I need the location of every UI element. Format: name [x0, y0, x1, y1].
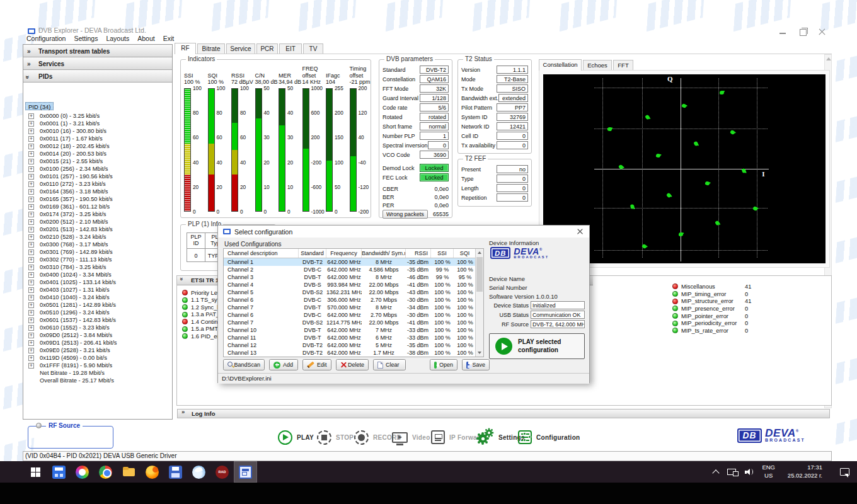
column-header[interactable]: Standard	[299, 249, 326, 258]
expand-plus-icon[interactable]	[28, 249, 34, 255]
expand-plus-icon[interactable]	[28, 287, 34, 293]
save-button[interactable]: Save	[462, 359, 490, 370]
pid-tree-item[interactable]: 0x0174 (372) - 3.25 kbit/s	[26, 210, 170, 218]
scroll-up-icon[interactable]	[826, 57, 831, 60]
expand-plus-icon[interactable]	[28, 159, 34, 164]
expand-plus-icon[interactable]	[28, 340, 34, 346]
expand-plus-icon[interactable]	[28, 355, 34, 361]
pid-tree-item[interactable]: 0x0014 (20) - 200.53 bit/s	[26, 150, 170, 158]
configuration-button[interactable]: Configuration	[518, 429, 580, 445]
pid-tree-item[interactable]: 0x0011 (17) - 1.67 kbit/s	[26, 135, 170, 142]
pid-tree-item[interactable]: 0x0201 (513) - 142.83 kbit/s	[26, 226, 170, 233]
pid-tree-item[interactable]: 0x0101 (257) - 190.56 kbit/s	[26, 173, 170, 180]
pid-tree-item[interactable]: 0x09E0 (2528) - 3.21 kbit/s	[26, 346, 170, 354]
pid-tree-item[interactable]: 0x0403 (1027) - 1.31 kbit/s	[26, 286, 170, 294]
expand-plus-icon[interactable]	[28, 189, 34, 195]
section-transport-stream-tables[interactable]: Transport stream tables	[23, 45, 172, 57]
pid-tree-item[interactable]: 0x0302 (770) - 111.13 kbit/s	[26, 256, 170, 263]
column-header[interactable]: RSSI	[406, 249, 431, 258]
scroll-down-icon[interactable]	[478, 352, 481, 354]
expand-plus-icon[interactable]	[28, 136, 34, 142]
taskbar-chrome-button[interactable]	[94, 461, 117, 483]
add-button[interactable]: Add	[269, 359, 298, 370]
edit-button[interactable]: Edit	[302, 359, 331, 370]
column-header[interactable]: Channel description	[224, 249, 299, 258]
expand-plus-icon[interactable]	[28, 302, 34, 308]
menu-layouts[interactable]: Layouts	[106, 35, 129, 42]
pid-tree-item[interactable]: 0x09D1 (2513) - 206.41 kbit/s	[26, 339, 170, 346]
notification-center-icon[interactable]	[840, 468, 849, 476]
expand-plus-icon[interactable]	[28, 242, 34, 248]
pid-tree-item[interactable]: 0x0110 (272) - 3.23 kbit/s	[26, 180, 170, 188]
expand-plus-icon[interactable]	[28, 325, 34, 331]
table-scrollbar[interactable]	[475, 249, 483, 357]
pid-tree-item[interactable]: 0x0301 (769) - 142.89 kbit/s	[26, 248, 170, 256]
table-row[interactable]: Channel 13DVB-T2642.000 MHz1.7 MHz-38 dB…	[224, 349, 483, 357]
pid-tree-item[interactable]: 0x09D0 (2512) - 3.84 Mbit/s	[26, 331, 170, 339]
network-icon[interactable]	[727, 469, 736, 475]
table-row[interactable]: Channel 7DVB-T570.000 MHz8 MHz-34 dBm100…	[224, 304, 483, 311]
expand-plus-icon[interactable]	[28, 166, 34, 172]
dialog-close-icon[interactable]	[572, 226, 588, 238]
expand-plus-icon[interactable]	[28, 129, 34, 134]
pid-tree-item[interactable]: 0x0501 (1281) - 142.89 kbit/s	[26, 301, 170, 309]
pid-tree-item[interactable]: 0x0401 (1025) - 133.14 kbit/s	[26, 278, 170, 286]
menu-settings[interactable]: Settings	[74, 35, 98, 42]
pid-tree-item[interactable]: 0x0210 (528) - 3.24 kbit/s	[26, 233, 170, 241]
stop-button[interactable]: STOP	[317, 429, 354, 445]
table-row[interactable]: Channel 14DVB-C642.000 MHz4.586 Mbps-35 …	[224, 357, 483, 357]
column-header[interactable]: Frequency	[326, 249, 362, 258]
column-header[interactable]: SSI	[431, 249, 454, 258]
expand-plus-icon[interactable]	[28, 280, 34, 285]
expand-plus-icon[interactable]	[28, 181, 34, 187]
expand-plus-icon[interactable]	[28, 272, 34, 278]
table-row[interactable]: Channel 12DVB-T2642.000 MHz5 MHz-35 dBm1…	[224, 341, 483, 349]
ip-forward-button[interactable]: IP Forward	[431, 429, 484, 445]
tab-service[interactable]: Service	[226, 43, 255, 54]
pid-tree-item[interactable]: 0x119D (4509) - 0.00 bit/s	[26, 354, 170, 362]
expand-plus-icon[interactable]	[28, 333, 34, 338]
table-row[interactable]: Channel 5DVB-S21362.231 MHz22.00 Mbps-43…	[224, 289, 483, 296]
taskbar-start-button[interactable]	[24, 461, 47, 483]
pid-tree-item[interactable]: 0x0001 (1) - 3.21 kbit/s	[26, 120, 170, 127]
clock[interactable]: 17:31 25.02.2022 г.	[782, 464, 822, 480]
pid-tree-item[interactable]: 0x0015 (21) - 2.55 kbit/s	[26, 158, 170, 165]
pid-root-node[interactable]: PID (34)	[25, 102, 54, 110]
table-row[interactable]: Channel 6DVB-C306.000 MHz2.70 Mbps-30 dB…	[224, 296, 483, 304]
pid-tree-item[interactable]: 0x0010 (16) - 300.80 bit/s	[26, 127, 170, 135]
taskbar-swan-button[interactable]	[187, 461, 210, 483]
expand-plus-icon[interactable]	[28, 234, 34, 240]
expand-plus-icon[interactable]	[28, 227, 34, 232]
tab-echoes[interactable]: Echoes	[583, 60, 612, 70]
pid-tree-item[interactable]: 0x0400 (1024) - 3.34 Mbit/s	[26, 271, 170, 278]
taskbar-explorer-button[interactable]	[117, 461, 141, 483]
tray-chevron-up-icon[interactable]	[713, 469, 720, 476]
pid-tree-item[interactable]: 0x0100 (256) - 2.34 Mbit/s	[26, 165, 170, 173]
taskbar-dvb-explorer-button[interactable]	[234, 461, 257, 483]
table-row[interactable]: Channel 1DVB-T2642.000 MHz8 MHz-35 dBm10…	[224, 258, 483, 266]
tab-constellation[interactable]: Constellation	[539, 59, 582, 71]
log-info-header[interactable]: Log Info	[177, 409, 830, 418]
table-row[interactable]: Channel 11DVB-T642.000 MHz6 MHz-33 dBm10…	[224, 334, 483, 341]
language-indicator[interactable]: ENG US	[762, 464, 775, 480]
taskbar-floppy-button[interactable]	[164, 461, 187, 483]
minimize-icon[interactable]	[776, 28, 790, 37]
table-row[interactable]: Channel 3DVB-T642.000 MHz8 MHz-46 dBm99 …	[224, 273, 483, 281]
pid-tree-item[interactable]: 0x0300 (768) - 3.17 Mbit/s	[26, 241, 170, 248]
expand-plus-icon[interactable]	[28, 113, 34, 119]
expand-plus-icon[interactable]	[28, 151, 34, 157]
expand-plus-icon[interactable]	[28, 197, 34, 202]
open-button[interactable]: Open	[430, 359, 457, 370]
bandscan-button[interactable]: BandScan	[223, 359, 265, 370]
tab-bitrate[interactable]: Bitrate	[197, 43, 225, 54]
taskbar-calculator-button[interactable]	[47, 461, 71, 483]
taskbar-firefox-button[interactable]	[141, 461, 164, 483]
expand-plus-icon[interactable]	[28, 257, 34, 263]
table-row[interactable]: Channel 4DVB-S993.984 MHz22.00 Mbps-41 d…	[224, 281, 483, 289]
delete-button[interactable]: Delete	[336, 359, 369, 370]
pid-tree-item[interactable]: 0x0200 (512) - 2.10 Mbit/s	[26, 218, 170, 226]
column-header[interactable]: Bandwidth/ Sym.rate	[362, 249, 406, 258]
expand-plus-icon[interactable]	[28, 363, 34, 369]
pid-tree-item[interactable]: 0x0000 (0) - 3.25 kbit/s	[26, 112, 170, 120]
pid-tree-item[interactable]: 0x0510 (1296) - 3.24 kbit/s	[26, 309, 170, 316]
